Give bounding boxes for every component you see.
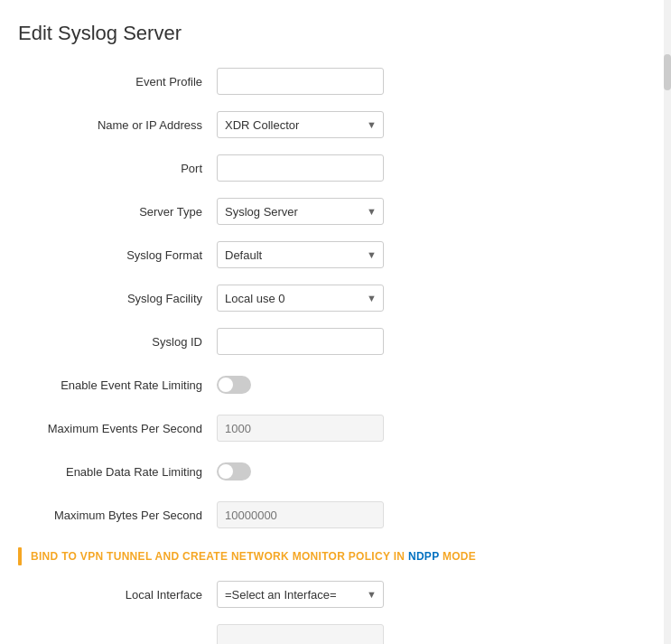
section-link[interactable]: BIND TO VPN TUNNEL AND CREATE NETWORK MO… [18, 547, 644, 565]
server-type-label: Server Type [18, 205, 217, 219]
local-interface-label: Local Interface [18, 588, 217, 602]
syslog-format-label: Syslog Format [18, 248, 217, 262]
name-ip-row: Name or IP Address XDR Collector ▼ [18, 110, 644, 139]
max-events-field [217, 415, 384, 442]
max-bytes-field [217, 501, 384, 528]
event-rate-label: Enable Event Rate Limiting [18, 378, 217, 392]
syslog-id-field: firewall [217, 328, 384, 355]
scrollbar-thumb[interactable] [664, 54, 671, 90]
section-link-orange-text2: MODE [439, 550, 476, 563]
scrollbar[interactable] [664, 0, 671, 644]
name-ip-field: XDR Collector ▼ [217, 111, 384, 138]
local-interface-row: Local Interface =Select an Interface= ▼ [18, 580, 644, 609]
local-interface-select[interactable]: =Select an Interface= [217, 581, 384, 608]
extra-field [217, 624, 384, 644]
event-rate-slider [217, 376, 251, 394]
data-rate-toggle-wrapper [217, 462, 384, 481]
port-label: Port [18, 162, 217, 175]
data-rate-label: Enable Data Rate Limiting [18, 465, 217, 479]
name-ip-label: Name or IP Address [18, 118, 217, 132]
section-link-orange-text: BIND TO VPN TUNNEL AND CREATE NETWORK MO… [31, 550, 408, 563]
syslog-format-select[interactable]: Default [217, 241, 384, 268]
syslog-id-input[interactable]: firewall [217, 328, 384, 355]
local-interface-select-wrapper: =Select an Interface= ▼ [217, 581, 384, 608]
page-title: Edit Syslog Server [18, 22, 644, 45]
syslog-id-label: Syslog ID [18, 335, 217, 349]
data-rate-slider [217, 462, 251, 481]
event-profile-field: 0 [217, 68, 384, 95]
section-link-blue-text: NDPP [408, 550, 439, 563]
data-rate-toggle[interactable] [217, 462, 251, 481]
event-profile-row: Event Profile 0 [18, 67, 644, 96]
syslog-format-select-wrapper: Default ▼ [217, 241, 384, 268]
max-bytes-input[interactable] [217, 501, 384, 528]
syslog-facility-field: Local use 0 ▼ [217, 285, 384, 312]
server-type-field: Syslog Server ▼ [217, 198, 384, 225]
syslog-facility-label: Syslog Facility [18, 292, 217, 305]
name-ip-select-wrapper: XDR Collector ▼ [217, 111, 384, 138]
max-events-label: Maximum Events Per Second [18, 422, 217, 435]
max-bytes-row: Maximum Bytes Per Second [18, 500, 644, 529]
port-row: Port 9204 [18, 154, 644, 182]
section-link-text: BIND TO VPN TUNNEL AND CREATE NETWORK MO… [31, 550, 476, 563]
page-container: Edit Syslog Server Event Profile 0 Name … [0, 0, 671, 644]
event-rate-toggle-wrapper [217, 376, 384, 394]
syslog-format-row: Syslog Format Default ▼ [18, 240, 644, 269]
syslog-facility-select[interactable]: Local use 0 [217, 285, 384, 312]
event-rate-row: Enable Event Rate Limiting [18, 370, 644, 399]
name-ip-select[interactable]: XDR Collector [217, 111, 384, 138]
port-input[interactable]: 9204 [217, 154, 384, 182]
section-link-bar [18, 547, 22, 565]
max-bytes-label: Maximum Bytes Per Second [18, 509, 217, 522]
event-rate-toggle[interactable] [217, 376, 251, 394]
syslog-format-field: Default ▼ [217, 241, 384, 268]
max-events-input[interactable] [217, 415, 384, 442]
syslog-facility-select-wrapper: Local use 0 ▼ [217, 285, 384, 312]
syslog-facility-row: Syslog Facility Local use 0 ▼ [18, 284, 644, 313]
local-interface-field: =Select an Interface= ▼ [217, 581, 384, 608]
syslog-id-row: Syslog ID firewall [18, 327, 644, 356]
extra-input[interactable] [217, 624, 384, 644]
server-type-select-wrapper: Syslog Server ▼ [217, 198, 384, 225]
event-profile-label: Event Profile [18, 75, 217, 89]
server-type-select[interactable]: Syslog Server [217, 198, 384, 225]
data-rate-row: Enable Data Rate Limiting [18, 457, 644, 486]
event-profile-input[interactable]: 0 [217, 68, 384, 95]
port-field: 9204 [217, 154, 384, 182]
extra-row [18, 623, 644, 644]
server-type-row: Server Type Syslog Server ▼ [18, 197, 644, 226]
max-events-row: Maximum Events Per Second [18, 414, 644, 443]
